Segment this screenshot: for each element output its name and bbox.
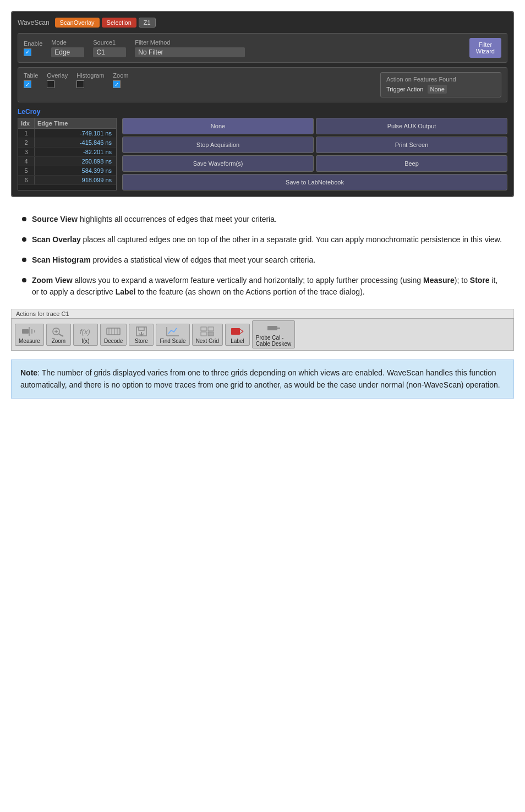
toolbar-fx-label: f(x) (81, 338, 89, 344)
histogram-group: Histogram (76, 72, 104, 88)
toolbar-zoom-label: Zoom (52, 338, 66, 344)
table-row[interactable]: 5 584.399 ns (18, 166, 116, 176)
zoom-group: Zoom ✓ (113, 72, 128, 88)
bullet-item-scan-histogram: Scan Histogram provides a statistical vi… (22, 254, 503, 266)
svg-line-21 (240, 331, 243, 334)
action-buttons-grid: None Pulse AUX Output Stop Acquisition P… (122, 118, 507, 190)
bullet-dot (22, 258, 26, 262)
bullet-text-scan-overlay: Scan Overlay places all captured edges o… (32, 234, 502, 246)
source-value[interactable]: C1 (93, 47, 126, 57)
bullet-text-scan-histogram: Scan Histogram provides a statistical vi… (32, 254, 315, 266)
bullet-item-zoom-view: Zoom View allows you to expand a wavefor… (22, 275, 503, 298)
bullet-dot (22, 278, 26, 282)
actions-toolbar-container: Actions for trace C1 Measure (11, 309, 514, 351)
table-row[interactable]: 2 -415.846 ns (18, 138, 116, 148)
bullet-text-source-view: Source View highlights all occurrences o… (32, 214, 277, 225)
zoom-checkbox[interactable]: ✓ (113, 80, 121, 88)
mode-value[interactable]: Edge (51, 47, 84, 57)
panel-title-label: WaveScan (18, 19, 50, 26)
toolbar-btn-fx[interactable]: f(x) f(x) (73, 324, 98, 346)
fx-icon: f(x) (78, 325, 93, 337)
filter-method-label: Filter Method (135, 39, 170, 46)
toolbar-btn-zoom[interactable]: Zoom (46, 324, 71, 346)
table-group: Table ✓ (24, 72, 38, 88)
toolbar-store-label: Store (135, 338, 148, 344)
find-scale-icon (165, 325, 181, 337)
svg-line-4 (59, 334, 63, 336)
filter-method-value[interactable]: No Filter (135, 47, 245, 57)
action-btn-none[interactable]: None (122, 118, 314, 134)
measure-icon (21, 325, 37, 337)
histogram-checkbox[interactable] (76, 80, 84, 88)
probe-icon (266, 322, 281, 334)
text-zoom-view-4: to the feature (as shown on the Actions … (135, 287, 364, 296)
toolbar-probe-label: Probe Cal -Cable Deskew (256, 335, 291, 347)
toolbar-btn-measure[interactable]: Measure (15, 324, 44, 346)
cell-time-1: -749.101 ns (35, 129, 116, 138)
svg-rect-22 (267, 326, 277, 330)
zoom-icon (51, 325, 66, 337)
term-store: Store (470, 276, 490, 285)
tab-z1[interactable]: Z1 (139, 18, 156, 28)
toolbar-next-grid-label: Next Grid (196, 338, 219, 344)
tab-selection[interactable]: Selection (102, 18, 136, 28)
toolbar-btn-probe-cal[interactable]: Probe Cal -Cable Deskew (252, 320, 295, 348)
top-controls-row: Enable ✓ Mode Edge Source1 C1 Filter Met… (18, 33, 507, 63)
panel-tabs: WaveScan ScanOverlay Selection Z1 (18, 18, 507, 28)
svg-rect-15 (201, 327, 206, 331)
content-area: Idx Edge Time 1 -749.101 ns 2 -415.846 n… (18, 118, 507, 190)
action-btn-beep[interactable]: Beep (316, 155, 507, 172)
overlay-checkbox[interactable] (47, 80, 54, 88)
toolbar-btn-find-scale[interactable]: Find Scale (156, 324, 189, 346)
toolbar-btn-next-grid[interactable]: Next Grid (192, 324, 223, 346)
action-btn-stop-acq[interactable]: Stop Acquisition (122, 137, 314, 153)
cell-idx-2: 2 (18, 138, 35, 147)
enable-checkbox-row: ✓ (24, 48, 31, 56)
cell-time-5: 584.399 ns (35, 166, 116, 175)
term-measure: Measure (423, 276, 455, 285)
svg-rect-18 (208, 332, 214, 336)
action-features-title: Action on Features Found (386, 76, 495, 83)
action-btn-pulse-aux[interactable]: Pulse AUX Output (316, 118, 507, 134)
action-btn-save-labnotebook[interactable]: Save to LabNotebook (122, 174, 507, 190)
toolbar-measure-label: Measure (19, 338, 40, 344)
lecroy-brand-label: LeCroy (18, 108, 40, 116)
toolbar-btn-store[interactable]: Store (129, 324, 154, 346)
table-row[interactable]: 6 918.099 ns (18, 176, 116, 185)
toolbar-label-label: Label (231, 338, 244, 344)
wavescan-panel: WaveScan ScanOverlay Selection Z1 Enable… (11, 11, 514, 197)
svg-rect-19 (231, 328, 240, 335)
source-group: Source1 C1 (93, 39, 126, 57)
text-scan-histogram: provides a statistical view of edges tha… (91, 255, 316, 264)
toolbar-btn-label[interactable]: Label (225, 324, 250, 346)
col-idx-header: Idx (18, 118, 35, 128)
term-label: Label (116, 287, 136, 296)
filter-wizard-button[interactable]: FilterWizard (469, 38, 501, 58)
bullet-text-zoom-view: Zoom View allows you to expand a wavefor… (32, 275, 503, 298)
table-row[interactable]: 1 -749.101 ns (18, 129, 116, 138)
overlay-group: Overlay (47, 72, 68, 88)
svg-rect-0 (22, 329, 29, 334)
action-btn-save-waveform[interactable]: Save Waveform(s) (122, 155, 314, 172)
table-row[interactable]: 4 250.898 ns (18, 157, 116, 166)
term-scan-overlay: Scan Overlay (32, 235, 81, 244)
actions-toolbar-title: Actions for trace C1 (11, 309, 514, 318)
text-scan-overlay: places all captured edges one on top of … (81, 235, 502, 244)
action-btn-print-screen[interactable]: Print Screen (316, 137, 507, 153)
mode-label: Mode (51, 39, 67, 46)
svg-rect-17 (201, 332, 206, 336)
trigger-action-none[interactable]: None (428, 85, 446, 94)
toolbar-btn-decode[interactable]: Decode (100, 324, 127, 346)
filter-method-group: Filter Method No Filter (135, 39, 461, 57)
toolbar-decode-label: Decode (104, 338, 123, 344)
label-icon (229, 325, 245, 337)
col-time-header: Edge Time (35, 118, 116, 128)
tab-scan-overlay[interactable]: ScanOverlay (55, 18, 100, 28)
enable-checkbox[interactable]: ✓ (24, 48, 31, 56)
enable-label: Enable (24, 40, 42, 47)
table-checkbox[interactable]: ✓ (24, 80, 31, 88)
cell-idx-3: 3 (18, 148, 35, 156)
svg-rect-16 (208, 327, 214, 331)
table-row[interactable]: 3 -82.201 ns (18, 148, 116, 157)
edge-table: Idx Edge Time 1 -749.101 ns 2 -415.846 n… (18, 118, 117, 190)
